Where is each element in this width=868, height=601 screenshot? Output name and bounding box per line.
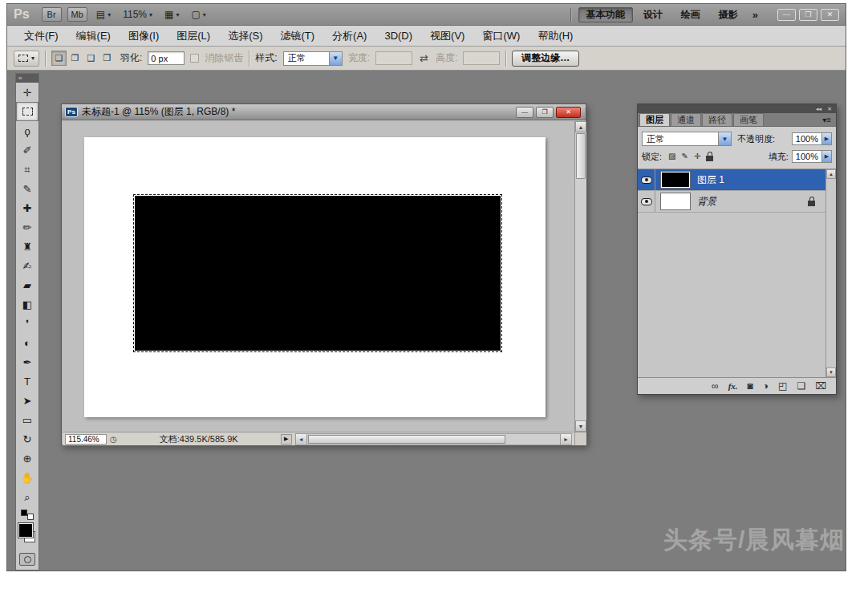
vertical-scroll-thumb[interactable] [576, 133, 586, 179]
move-tool[interactable]: ✛ [16, 83, 39, 102]
blur-tool[interactable]: ❜ [16, 314, 39, 333]
menu-item[interactable]: 编辑(E) [67, 26, 120, 46]
zoom-tool[interactable]: ⌕ [16, 487, 39, 506]
menu-item[interactable]: 文件(F) [15, 26, 67, 46]
document-restore-button[interactable]: ❐ [536, 107, 554, 118]
panel-tab[interactable]: 通道 [671, 113, 701, 126]
scroll-up-icon[interactable]: ▲ [575, 121, 586, 132]
canvas-area[interactable] [63, 121, 574, 432]
workspace-button[interactable]: 基本功能 [578, 7, 633, 22]
vertical-scrollbar[interactable]: ▲ ▼ [574, 121, 586, 432]
document-close-button[interactable]: ✕ [556, 107, 581, 118]
workspace-button[interactable]: 设计 [635, 7, 671, 22]
lock-all-icon[interactable] [706, 156, 713, 161]
device-central-button[interactable]: Mb [67, 7, 87, 22]
panel-tab[interactable]: 路径 [702, 113, 732, 126]
menu-item[interactable]: 分析(A) [323, 26, 375, 46]
layer-style-icon[interactable]: fx. [728, 381, 738, 391]
document-title-bar[interactable]: Ps 未标题-1 @ 115% (图层 1, RGB/8) * — ❐ ✕ [62, 104, 586, 120]
menu-item[interactable]: 图像(I) [120, 26, 168, 46]
rectangle-tool[interactable]: ▭ [16, 410, 39, 429]
menu-item[interactable]: 窗口(W) [473, 26, 529, 46]
lasso-tool[interactable]: ϙ [16, 121, 39, 140]
restore-button[interactable]: ❐ [799, 9, 817, 21]
dodge-tool[interactable]: ◐ [16, 333, 39, 352]
zoom-percentage-field[interactable]: 115.46% [65, 434, 107, 445]
view-extras-button[interactable]: ▤ ▾ [93, 7, 114, 22]
rectangular-marquee-tool[interactable] [16, 102, 39, 121]
vertical-scroll-track[interactable] [575, 132, 586, 420]
tool-preset-picker[interactable]: ▾ [14, 51, 39, 67]
layers-scrollbar[interactable]: ▲ ▼ [825, 169, 836, 377]
lock-position-icon[interactable]: ✛ [694, 152, 700, 160]
lock-pixels-icon[interactable]: ✎ [682, 152, 688, 160]
add-selection-icon[interactable]: ❐ [67, 51, 83, 66]
fill-control[interactable]: 100% ▶ [792, 150, 832, 163]
panel-close-icon[interactable]: ✕ [827, 106, 832, 112]
clone-stamp-tool[interactable]: ♜ [16, 237, 39, 256]
refine-edge-button[interactable]: 调整边缘… [512, 51, 579, 67]
link-layers-icon[interactable]: ∞ [712, 380, 719, 392]
resize-grip[interactable] [574, 432, 586, 445]
scroll-left-icon[interactable]: ◄ [296, 434, 307, 445]
menu-item[interactable]: 视图(V) [421, 26, 473, 46]
hand-tool[interactable]: ✋ [16, 468, 39, 487]
arrange-documents-button[interactable]: ▦ ▾ [161, 7, 182, 22]
scroll-down-icon[interactable]: ▼ [826, 368, 836, 377]
document-minimize-button[interactable]: — [516, 107, 533, 118]
horizontal-scroll-thumb[interactable] [308, 435, 505, 444]
3d-rotate-tool[interactable]: ↻ [16, 429, 39, 449]
healing-brush-tool[interactable]: ✚ [16, 198, 39, 217]
new-group-icon[interactable]: ◰ [778, 380, 787, 392]
panel-menu-button[interactable]: ▾≡ [822, 116, 834, 126]
scroll-right-icon[interactable]: ► [560, 434, 571, 445]
3d-orbit-tool[interactable]: ⊕ [16, 449, 39, 468]
layer-mask-icon[interactable]: ◙ [748, 380, 753, 392]
minimize-button[interactable]: — [777, 9, 796, 21]
scroll-down-icon[interactable]: ▼ [575, 420, 586, 432]
horizontal-scroll-track[interactable] [307, 434, 560, 445]
adjustment-layer-icon[interactable]: ◑ [763, 380, 769, 392]
bridge-button[interactable]: Br [42, 7, 62, 22]
layer-row[interactable]: 图层 1 [638, 169, 825, 191]
history-brush-tool[interactable]: ✍ [16, 256, 39, 275]
status-options-button[interactable]: ▶ [281, 434, 292, 445]
crop-tool[interactable]: ⌗ [16, 160, 39, 179]
delete-layer-icon[interactable]: ⌧ [815, 380, 826, 392]
layer-row[interactable]: 背景 [638, 191, 825, 213]
path-selection-tool[interactable]: ➤ [16, 391, 39, 410]
opacity-control[interactable]: 100% ▶ [792, 132, 832, 145]
default-colors-icon[interactable] [21, 510, 34, 520]
scroll-up-icon[interactable]: ▲ [826, 169, 836, 179]
visibility-toggle[interactable] [638, 169, 655, 190]
workspace-overflow-button[interactable]: » [748, 9, 762, 21]
screen-mode-button[interactable]: ▢ ▾ [188, 7, 209, 22]
menu-item[interactable]: 选择(S) [219, 26, 271, 46]
quick-selection-tool[interactable]: ✐ [16, 140, 39, 160]
menu-item[interactable]: 滤镜(T) [271, 26, 323, 46]
new-selection-icon[interactable]: ❏ [51, 51, 67, 66]
subtract-selection-icon[interactable]: ❑ [83, 51, 99, 66]
quick-mask-button[interactable] [19, 553, 35, 566]
workspace-button[interactable]: 摄影 [711, 7, 746, 22]
close-button[interactable]: ✕ [821, 9, 839, 21]
menu-item[interactable]: 帮助(H) [529, 26, 582, 46]
horizontal-scrollbar[interactable]: ◄ ► [295, 433, 572, 445]
panel-tab[interactable]: 图层 [639, 113, 670, 126]
visibility-toggle[interactable] [638, 191, 655, 212]
type-tool[interactable]: T [16, 372, 39, 391]
eyedropper-tool[interactable]: ✎ [16, 179, 39, 198]
menu-item[interactable]: 图层(L) [168, 26, 219, 46]
collapse-to-icons-icon[interactable]: ◂◂ [816, 106, 821, 112]
gradient-tool[interactable]: ◧ [16, 294, 39, 314]
feather-input[interactable] [148, 51, 185, 65]
pen-tool[interactable]: ✒ [16, 352, 39, 372]
eraser-tool[interactable]: ▰ [16, 275, 39, 294]
menu-item[interactable]: 3D(D) [375, 26, 421, 46]
panel-tab[interactable]: 画笔 [733, 113, 764, 126]
lock-transparency-icon[interactable]: ▨ [668, 152, 675, 160]
brush-tool[interactable]: ✏ [16, 217, 39, 237]
foreground-color-swatch[interactable] [18, 523, 33, 538]
intersect-selection-icon[interactable]: ❒ [99, 51, 115, 66]
style-select[interactable]: 正常 ▼ [283, 51, 343, 66]
